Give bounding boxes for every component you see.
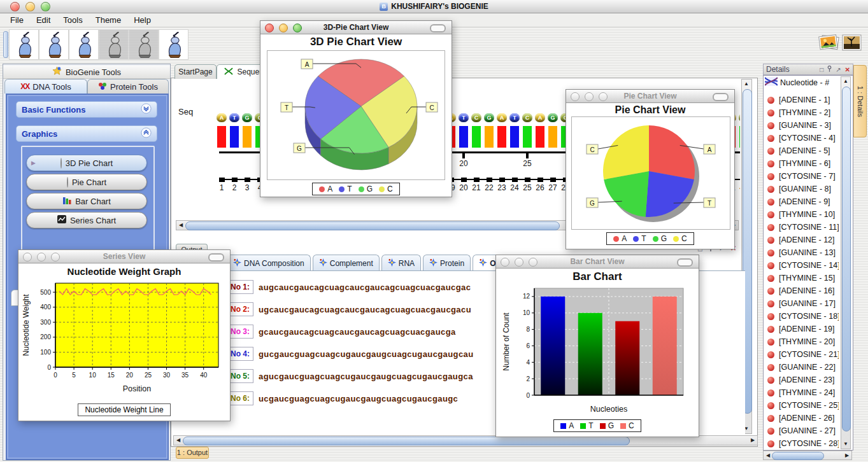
bar-chart[interactable]: 024681012Number of CountNucleoties	[499, 283, 696, 418]
nucleotide-list-item[interactable]: [THYMINE - 10]	[767, 208, 839, 221]
menu-tools[interactable]: Tools	[57, 14, 89, 26]
details-window-controls[interactable]: □ ↗ ✕	[820, 66, 850, 73]
float-icon[interactable]: ↗	[836, 66, 841, 73]
close-icon[interactable]	[265, 24, 274, 32]
vscroll-thumb[interactable]	[842, 87, 851, 431]
nucleotide-list-item[interactable]: [THYMINE - 15]	[767, 272, 839, 284]
tab-rna[interactable]: RNA	[381, 255, 421, 271]
pie-slice-A[interactable]	[649, 125, 695, 179]
details-header[interactable]: Details □ ↗ ✕	[763, 64, 853, 75]
orf-sequence[interactable]: ucgaucguagcuagcugaucgaugcuagcugaucgaugc	[259, 394, 458, 403]
hscroll-thumb[interactable]	[183, 437, 630, 445]
scroll-right-icon[interactable]: ▶	[748, 436, 757, 445]
pie3d-window[interactable]: 3D-Pie Chart View 3D Pie Chart View ACGT…	[260, 20, 452, 197]
pie-slice-C[interactable]	[603, 125, 649, 179]
scroll-up-icon[interactable]: ▲	[841, 77, 850, 86]
details-hscrollbar[interactable]: ◀ ▶	[763, 451, 852, 460]
orf-sequence[interactable]: gcaucgaucagcuagcaucgaucagcuagcuacgaucga	[259, 327, 456, 337]
nucleotide-list-item[interactable]: [ADENINE - 9]	[767, 195, 839, 208]
orf-sequence[interactable]: agucgaucguagcuagcugaucgaugcuagcugaucgaug…	[259, 372, 473, 381]
nucleotide-list-item[interactable]: [CYTOSINE - 14]	[767, 259, 839, 272]
nucleotide-list-item[interactable]: [GUANINE - 3]	[767, 119, 839, 132]
bar-T[interactable]	[578, 313, 602, 395]
scroll-left-icon[interactable]: ◀	[176, 221, 185, 230]
menu-file[interactable]: File	[4, 14, 30, 26]
zoom-icon[interactable]	[293, 24, 302, 32]
nucleotide-list-item[interactable]: [THYMINE - 24]	[767, 386, 839, 399]
bar-C[interactable]	[653, 297, 677, 395]
tab-protein[interactable]: Protein	[423, 255, 471, 271]
genie-icon-4[interactable]	[99, 29, 129, 60]
genie-icon-2[interactable]	[39, 29, 69, 60]
genie-icon-5[interactable]	[129, 29, 159, 60]
nucleotide-list-item[interactable]: [ADENINE - 23]	[767, 374, 839, 386]
nucleotide-list-item[interactable]: [ADENINE - 5]	[767, 144, 839, 157]
toolbar-grip[interactable]	[3, 31, 8, 58]
nucleotide-list-item[interactable]: [GUANINE - 27]	[767, 424, 839, 437]
bar-window-titlebar[interactable]: Bar Chart View	[496, 255, 699, 269]
minimize-icon[interactable]	[37, 253, 46, 262]
nucleotide-list-item[interactable]: [CYTOSINE - 18]	[767, 310, 839, 323]
genie-icon-6[interactable]	[159, 29, 189, 60]
minimize-icon[interactable]	[515, 258, 523, 267]
nucleotide-list-item[interactable]: [CYTOSINE - 7]	[767, 170, 839, 183]
scroll-down-icon[interactable]: ▼	[841, 440, 850, 449]
shade-button[interactable]	[713, 93, 729, 101]
nucleotide-list-item[interactable]: [GUANINE - 17]	[767, 297, 839, 310]
nucleotide-list-item[interactable]: [CYTOSINE - 11]	[767, 221, 839, 234]
nucleotide-list-item[interactable]: [THYMINE - 20]	[767, 335, 839, 348]
scroll-left-icon[interactable]: ◀	[764, 451, 772, 460]
close-icon[interactable]	[10, 2, 20, 11]
button-pie-chart[interactable]: Pie Chart	[26, 174, 147, 190]
tab-dna-tools[interactable]: XX DNA Tools	[4, 79, 87, 94]
close-icon[interactable]	[23, 253, 32, 262]
minimize-icon[interactable]	[585, 92, 594, 101]
scroll-left-icon[interactable]: ◀	[174, 436, 183, 445]
series-view-window[interactable]: Series View Nucleotide Weight Graph 0100…	[18, 249, 231, 421]
pie3d-chart[interactable]: ACGT	[267, 50, 444, 179]
tab-dna-composition[interactable]: DNA Composition	[227, 255, 311, 271]
nucleotide-list-item[interactable]: [ADENINE - 26]	[767, 412, 839, 424]
zoom-icon[interactable]	[599, 92, 608, 101]
close-icon[interactable]	[571, 92, 580, 101]
tab-complement[interactable]: Complement	[313, 255, 380, 271]
close-icon[interactable]	[501, 258, 509, 267]
nucleotide-list-item[interactable]: [GUANINE - 8]	[767, 183, 839, 195]
orf-sequence[interactable]: ugcaucgaucagcuagcaucgaucagcuagcuacgaucga…	[259, 305, 471, 314]
menu-help[interactable]: Help	[127, 14, 157, 26]
pie-window-titlebar[interactable]: Pie Chart View	[566, 90, 734, 103]
bar-G[interactable]	[615, 321, 639, 395]
tab-startpage[interactable]: StartPage	[174, 64, 217, 79]
pie-chart[interactable]: ATGC	[571, 116, 729, 228]
section-graphics[interactable]: Graphics	[16, 125, 157, 142]
chevron-down-icon[interactable]	[141, 103, 152, 116]
nucleotide-list-item[interactable]: [ADENINE - 16]	[767, 284, 839, 297]
button-bar-chart[interactable]: Bar Chart	[26, 193, 147, 209]
pie3d-window-titlebar[interactable]: 3D-Pie Chart View	[260, 21, 452, 34]
genie-icon-1[interactable]	[9, 29, 39, 60]
bar-A[interactable]	[541, 297, 565, 395]
zoom-icon[interactable]	[529, 258, 537, 267]
button-series-chart[interactable]: Series Chart	[26, 212, 147, 228]
shade-button[interactable]	[208, 253, 224, 262]
shade-button[interactable]	[677, 258, 693, 267]
title-bar[interactable]: B KHUSHIFAIRY's BIOGENIE	[0, 0, 868, 13]
section-basic-functions[interactable]: Basic Functions	[16, 101, 157, 118]
nucleotide-list-item[interactable]: [ADENINE - 19]	[767, 323, 839, 335]
window-controls[interactable]	[10, 2, 50, 11]
zoom-icon[interactable]	[51, 253, 60, 262]
minimize-icon[interactable]	[25, 2, 35, 11]
nucleotide-list-item[interactable]: [ADENINE - 1]	[767, 94, 839, 106]
menu-edit[interactable]: Edit	[30, 14, 57, 26]
nucleotide-list-item[interactable]: [ADENINE - 12]	[767, 234, 839, 246]
close-icon[interactable]: ✕	[845, 66, 850, 73]
chevron-up-icon[interactable]	[141, 127, 152, 141]
details-column-header[interactable]: Nucleotide - #	[765, 77, 829, 88]
scroll-up-icon[interactable]: ▲	[742, 80, 751, 88]
zoom-icon[interactable]	[41, 2, 50, 11]
nucleotide-list-item[interactable]: [CYTOSINE - 4]	[767, 132, 839, 144]
orf-sequence[interactable]: gucgaucguagcuagcugaucgaugcuagcugaucgaugc…	[259, 349, 474, 359]
nucleotide-list-item[interactable]: [THYMINE - 6]	[767, 157, 839, 170]
shade-button[interactable]	[430, 24, 446, 32]
nucleotide-list-item[interactable]: [CYTOSINE - 28]	[767, 437, 839, 450]
